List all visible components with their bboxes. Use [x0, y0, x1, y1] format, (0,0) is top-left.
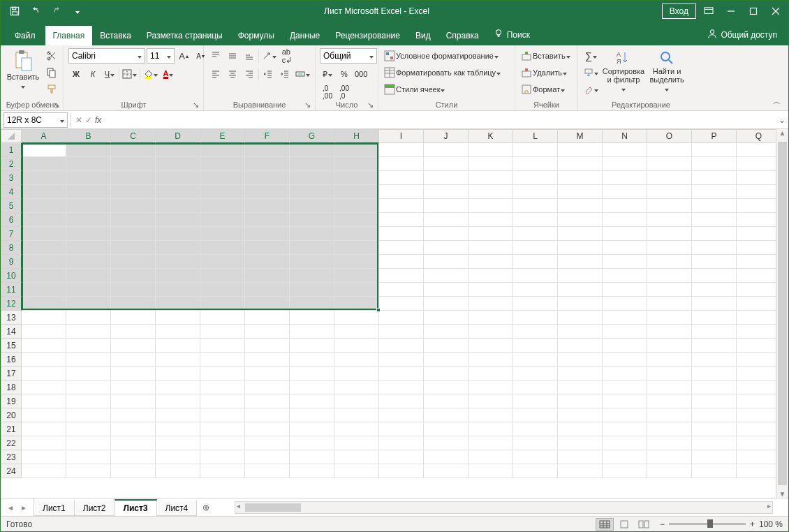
format-cells-button[interactable]: Формат [519, 82, 573, 97]
decrease-indent-button[interactable] [260, 66, 276, 82]
cell[interactable] [424, 450, 469, 464]
cell[interactable] [111, 227, 156, 241]
cell[interactable] [245, 185, 290, 199]
cell[interactable] [469, 394, 513, 408]
cell[interactable] [469, 213, 513, 227]
cell[interactable] [737, 408, 781, 422]
cell[interactable] [245, 157, 290, 171]
cell[interactable] [603, 297, 647, 311]
cell[interactable] [469, 450, 513, 464]
cell[interactable] [22, 241, 66, 255]
cell[interactable] [424, 339, 469, 353]
column-header[interactable]: L [513, 129, 558, 143]
cell[interactable] [558, 255, 603, 269]
cell[interactable] [379, 297, 424, 311]
cell[interactable] [424, 464, 469, 478]
cell[interactable] [156, 325, 200, 339]
cell[interactable] [558, 436, 603, 450]
cell[interactable] [603, 464, 647, 478]
cell[interactable] [379, 171, 424, 185]
cell[interactable] [66, 450, 111, 464]
cell[interactable] [513, 269, 558, 283]
cell[interactable] [603, 325, 647, 339]
cell[interactable] [513, 422, 558, 436]
cell[interactable] [513, 325, 558, 339]
sheet-nav-prev-icon[interactable]: ◂ [8, 503, 13, 512]
tell-me-search[interactable]: Поиск [487, 24, 537, 45]
cell[interactable] [66, 185, 111, 199]
cell[interactable] [692, 353, 737, 367]
cell[interactable] [334, 199, 379, 213]
cell[interactable] [111, 422, 156, 436]
spreadsheet-grid[interactable]: ABCDEFGHIJKLMNOPQ 1234567891011121314151… [1, 129, 788, 498]
cell[interactable] [513, 143, 558, 157]
cell[interactable] [737, 227, 781, 241]
cell[interactable] [603, 353, 647, 367]
copy-button[interactable] [44, 65, 59, 80]
cell[interactable] [245, 255, 290, 269]
cell[interactable] [737, 171, 781, 185]
cell[interactable] [469, 297, 513, 311]
format-as-table-button[interactable]: Форматировать как таблицу [383, 65, 510, 80]
cell[interactable] [558, 353, 603, 367]
cell[interactable] [334, 213, 379, 227]
tab-page-layout[interactable]: Разметка страницы [139, 26, 230, 45]
align-right-button[interactable] [242, 66, 257, 82]
cell[interactable] [66, 367, 111, 380]
tab-view[interactable]: Вид [408, 26, 438, 45]
cell[interactable] [334, 241, 379, 255]
cell[interactable] [66, 339, 111, 353]
cell[interactable] [156, 171, 200, 185]
cell[interactable] [647, 464, 692, 478]
tab-formulas[interactable]: Формулы [230, 26, 282, 45]
zoom-slider[interactable] [669, 523, 746, 525]
orientation-button[interactable] [260, 48, 278, 64]
insert-cells-button[interactable]: Вставить [519, 48, 573, 64]
cell[interactable] [156, 213, 200, 227]
cell[interactable] [603, 436, 647, 450]
cell[interactable] [334, 157, 379, 171]
row-header[interactable]: 22 [1, 436, 22, 450]
formula-input[interactable] [105, 113, 776, 127]
cell[interactable] [692, 297, 737, 311]
cell[interactable] [469, 227, 513, 241]
column-header[interactable]: K [469, 129, 513, 143]
cell[interactable] [156, 185, 200, 199]
tab-insert[interactable]: Вставка [92, 26, 139, 45]
cell[interactable] [66, 325, 111, 339]
cell[interactable] [379, 185, 424, 199]
cell[interactable] [379, 450, 424, 464]
cell[interactable] [424, 297, 469, 311]
cell[interactable] [558, 269, 603, 283]
cell[interactable] [290, 464, 334, 478]
cell[interactable] [200, 283, 245, 297]
cell[interactable] [379, 255, 424, 269]
cell[interactable] [245, 241, 290, 255]
sheet-tab[interactable]: Лист2 [74, 501, 115, 516]
cell[interactable] [558, 464, 603, 478]
cell[interactable] [424, 353, 469, 367]
cell[interactable] [334, 185, 379, 199]
decrease-decimal-button[interactable]: ,00,0 [337, 84, 352, 100]
cell[interactable] [513, 436, 558, 450]
cell[interactable] [111, 367, 156, 380]
cell[interactable] [379, 157, 424, 171]
cell[interactable] [737, 241, 781, 255]
cell[interactable] [290, 143, 334, 157]
italic-button[interactable]: К [85, 66, 101, 82]
row-header[interactable]: 17 [1, 367, 22, 380]
column-header[interactable]: J [424, 129, 469, 143]
cell[interactable] [692, 394, 737, 408]
cell[interactable] [200, 422, 245, 436]
cell[interactable] [737, 339, 781, 353]
cell[interactable] [558, 185, 603, 199]
cell[interactable] [22, 339, 66, 353]
cell[interactable] [424, 408, 469, 422]
delete-cells-button[interactable]: Удалить [519, 65, 573, 80]
cell[interactable] [692, 143, 737, 157]
cell[interactable] [22, 311, 66, 325]
cell[interactable] [603, 311, 647, 325]
sheet-tab[interactable]: Лист1 [34, 501, 75, 516]
cell[interactable] [737, 297, 781, 311]
cell[interactable] [469, 464, 513, 478]
